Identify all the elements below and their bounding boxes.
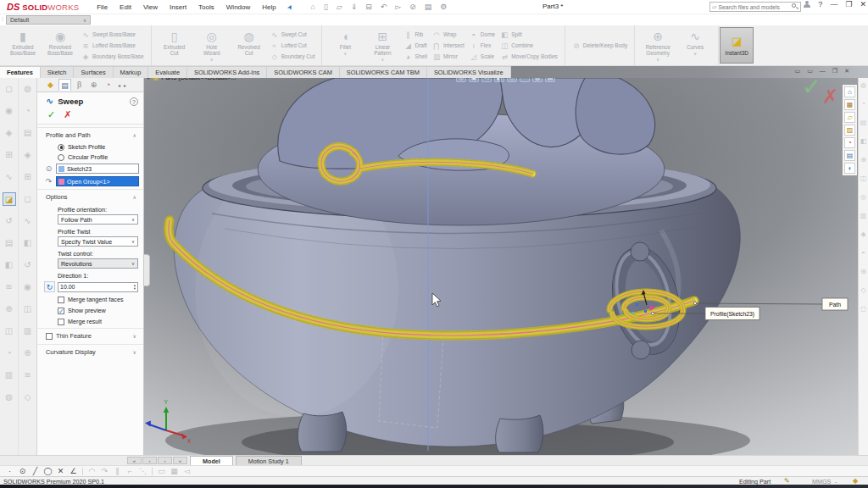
point-icon[interactable]: · <box>3 467 16 475</box>
toolbar-icon[interactable]: ◫ <box>860 175 867 182</box>
toolbar-icon[interactable]: ↺ <box>21 258 35 272</box>
toolbar-icon[interactable]: ⊕ <box>860 156 866 164</box>
tab-solidworks-add-ins[interactable]: SOLIDWORKS Add-Ins <box>187 66 267 78</box>
flyout-caret-icon[interactable]: ∨ <box>381 57 385 62</box>
toolbar-icon[interactable]: ◍ <box>21 82 35 96</box>
ellipse-icon[interactable]: ◯ <box>42 467 54 475</box>
doc-cascade2-icon[interactable]: ▭ <box>807 68 813 75</box>
tab-sketch[interactable]: Sketch <box>41 66 75 78</box>
feature-tree-root[interactable]: ▸ ▣ Part3 (Default<<Default>... <box>147 78 236 81</box>
toolbar-icon[interactable]: ◔ <box>21 104 35 118</box>
toolbar-icon[interactable]: ◉ <box>3 104 16 118</box>
menu-insert[interactable]: Insert <box>164 3 192 11</box>
featuremanager-tree-tab-icon[interactable]: ◆ <box>44 79 57 91</box>
toolbar-icon[interactable]: ▥ <box>860 212 867 219</box>
new-document-icon[interactable]: ▯ <box>320 3 332 11</box>
spline-icon[interactable]: ↷ <box>98 467 111 475</box>
menu-help[interactable]: Help <box>256 3 281 11</box>
design-library-icon[interactable]: ▦ <box>844 99 855 110</box>
lofted-boss-base-button[interactable]: ≋Lofted Boss/Base <box>81 42 144 50</box>
properties-icon[interactable]: ▤ <box>420 3 437 11</box>
previous-view-icon[interactable]: ◅ <box>481 78 492 82</box>
tree-expand-icon[interactable]: ▸ <box>147 78 150 80</box>
extruded-boss-base-button[interactable]: ▮ ExtrudedBoss/Base <box>4 27 42 64</box>
view-orientation-icon[interactable]: ◫ <box>507 78 517 82</box>
first-tab-icon[interactable]: « <box>127 457 142 464</box>
tab-motion-study-1[interactable]: Motion Study 1 <box>236 456 302 465</box>
twist-control-dropdown[interactable]: Revolutions ∨ <box>58 258 138 269</box>
toolbar-icon[interactable]: ↺ <box>3 214 16 228</box>
displaymanager-tab-icon[interactable]: ◔ <box>102 79 114 91</box>
hole-wizard-button[interactable]: ◎ HoleWizard ∨ <box>193 27 231 64</box>
revolved-cut-button[interactable]: ◍ RevolvedCut <box>231 27 268 64</box>
tab-evaluate[interactable]: Evaluate <box>148 66 187 78</box>
move-copy-bodies-button[interactable]: ⇄Move/Copy Bodies <box>500 53 558 61</box>
shell-button[interactable]: ◕Shell <box>403 53 426 61</box>
toolbar-icon[interactable]: ◻ <box>860 305 866 313</box>
fillet-button[interactable]: ◖ Fillet ∨ <box>326 27 364 64</box>
flex-button[interactable]: ≀Flex <box>470 42 495 50</box>
toolbar-icon[interactable]: ⊞ <box>3 148 16 162</box>
instant3d-toolbar-icon[interactable]: ◪ <box>3 192 16 206</box>
menu-edit[interactable]: Edit <box>114 3 137 11</box>
toolbar-icon[interactable]: ▤ <box>21 126 35 140</box>
flyout-caret-icon[interactable]: ∨ <box>210 57 214 62</box>
show-preview-checkbox[interactable]: ✓Show preview <box>58 307 143 314</box>
close-button[interactable]: ✕ <box>860 0 866 8</box>
thin-feature-checkbox[interactable] <box>46 333 53 340</box>
undo-icon[interactable]: ↶ <box>376 3 392 11</box>
pin-menu-icon[interactable]: ➤ <box>285 3 294 11</box>
delete-keep-body-button[interactable]: ⊘Delete/Keep Body <box>572 42 627 50</box>
tab-markup[interactable]: Markup <box>114 66 149 78</box>
zoom-fit-icon[interactable]: ◎ <box>456 78 466 82</box>
spinner-arrows[interactable]: ▴▾ <box>134 284 136 290</box>
toolbar-icon[interactable]: ≋ <box>21 369 35 382</box>
toolbar-icon[interactable]: ◔ <box>3 347 16 360</box>
toolbar-icon[interactable]: ≋ <box>3 280 16 294</box>
revolved-boss-base-button[interactable]: ◉ RevolvedBoss/Base <box>42 27 79 64</box>
swept-cut-button[interactable]: ∿Swept Cut <box>270 30 315 39</box>
restore-button[interactable]: ❐ <box>845 0 852 8</box>
profile-selection-field[interactable]: Sketch23 <box>56 164 139 174</box>
hide-show-items-icon[interactable]: ◍ <box>532 78 542 82</box>
help-icon[interactable]: ? <box>130 97 138 106</box>
menu-file[interactable]: File <box>91 3 114 11</box>
toolbar-icon[interactable]: ⊕ <box>3 302 16 316</box>
toolbar-icon[interactable]: ◫ <box>3 324 16 338</box>
toolbar-icon[interactable]: ◧ <box>21 236 35 250</box>
toolbar-icon[interactable]: ◈ <box>21 148 35 162</box>
grid-icon[interactable]: ▦ <box>168 467 181 475</box>
profile-path-section-header[interactable]: Profile and Path ∧ <box>37 127 143 141</box>
custom-properties-tag-icon[interactable]: ◆ <box>853 477 858 485</box>
tab-solidworks-cam[interactable]: SOLIDWORKS CAM <box>267 66 340 78</box>
zoom-area-icon[interactable]: ▣ <box>469 78 479 82</box>
minimize-button[interactable]: — <box>830 0 837 8</box>
doc-restore-button[interactable]: ❐ <box>832 68 837 75</box>
open-icon[interactable]: ▱ <box>332 3 347 11</box>
rectangle-icon[interactable]: ▭ <box>155 467 168 475</box>
circle-icon[interactable]: ⊙ <box>16 467 29 475</box>
select-icon[interactable]: ▻ <box>391 3 405 11</box>
angle-line-icon[interactable]: ∠ <box>67 467 80 475</box>
cross-icon[interactable]: ✕ <box>54 467 67 475</box>
search-magnifier-icon[interactable] <box>792 3 798 10</box>
confirmation-cancel-button[interactable]: ✗ <box>822 86 838 108</box>
view-palette-icon[interactable]: ▨ <box>844 125 855 136</box>
toolbar-icon[interactable]: ⊞ <box>860 268 866 275</box>
search-input[interactable] <box>718 4 792 10</box>
profile-twist-dropdown[interactable]: Specify Twist Value ∨ <box>58 236 138 247</box>
merge-tangent-faces-checkbox[interactable]: Merge tangent faces <box>58 296 143 303</box>
mirror-button[interactable]: ▥Mirror <box>432 53 465 61</box>
flyout-caret-icon[interactable]: ∨ <box>344 51 348 56</box>
intersect-button[interactable]: ⋂Intersect <box>432 42 465 50</box>
configuration-dropdown[interactable]: Default ∨ <box>6 15 91 25</box>
sketch-profile-radio[interactable]: Sketch Profile <box>58 143 143 151</box>
graphics-area[interactable]: Profile(Sketch23) Path Y <box>144 78 858 455</box>
menu-tools[interactable]: Tools <box>192 3 220 11</box>
last-tab-icon[interactable]: » <box>173 457 187 464</box>
combine-button[interactable]: ◫Combine <box>500 42 558 50</box>
options-section-header[interactable]: Options ∧ <box>37 189 143 202</box>
doc-minimize-button[interactable]: — <box>820 68 826 75</box>
display-style-icon[interactable]: ◔ <box>520 78 530 82</box>
toolbar-icon[interactable]: ◓ <box>861 249 865 257</box>
